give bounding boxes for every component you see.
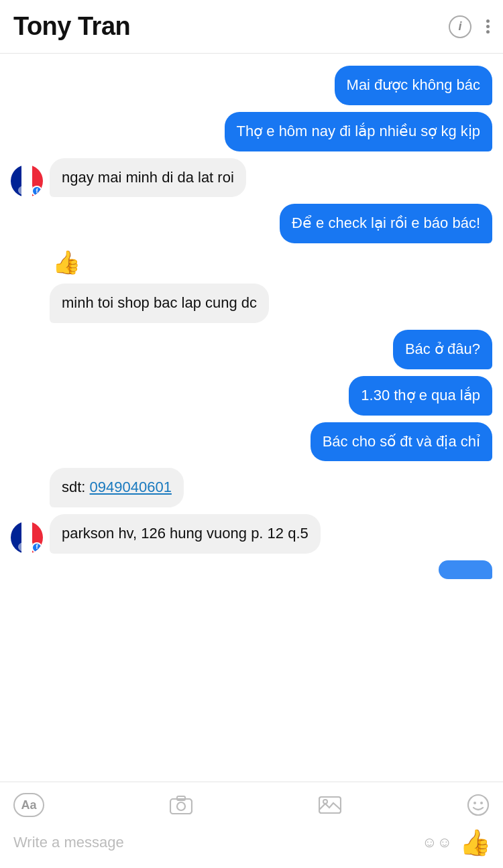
text-format-button[interactable]: Aa <box>13 793 44 817</box>
message-bubble: Bác cho số đt và địa chỉ <box>311 422 492 462</box>
message-row: f ngay mai minh di da lat roi <box>11 158 492 198</box>
message-row: f parkson hv, 126 hung vuong p. 12 q.5 <box>11 514 492 554</box>
message-input-row: Write a message ☺☺ 👍 <box>13 824 490 860</box>
contact-name: Tony Tran <box>13 12 130 41</box>
reaction-row: 👍 <box>11 249 492 275</box>
message-bubble: Mai được không bác <box>335 66 492 105</box>
avatar: f <box>11 165 43 197</box>
header-actions: i <box>449 15 490 38</box>
message-bubble <box>439 560 492 579</box>
svg-rect-10 <box>170 799 192 814</box>
message-row: 1.30 thợ e qua lắp <box>11 376 492 416</box>
facebook-badge: f <box>32 186 42 196</box>
svg-rect-13 <box>319 797 341 813</box>
message-bubble: Để e check lại rồi e báo bác! <box>280 204 492 243</box>
svg-point-11 <box>177 802 185 810</box>
svg-point-3 <box>21 172 32 182</box>
message-bubble: Bác ở đâu? <box>393 330 492 369</box>
info-icon[interactable]: i <box>449 15 471 38</box>
message-row: Mai được không bác <box>11 66 492 105</box>
facebook-badge: f <box>32 542 42 553</box>
photo-icon[interactable] <box>319 795 341 815</box>
message-bubble: Thợ e hôm nay đi lắp nhiều sợ kg kịp <box>225 112 493 151</box>
message-bubble: minh toi shop bac lap cung dc <box>50 284 269 323</box>
message-row <box>11 560 492 579</box>
message-row: Bác cho số đt và địa chỉ <box>11 422 492 462</box>
message-bubble: ngay mai minh di da lat roi <box>50 158 246 198</box>
chat-area: Mai được không bác Thợ e hôm nay đi lắp … <box>0 54 503 782</box>
message-row: Bác ở đâu? <box>11 330 492 369</box>
message-row: Thợ e hôm nay đi lắp nhiều sợ kg kịp <box>11 112 492 151</box>
emoji-sticker-button[interactable]: ☺☺ <box>422 834 452 851</box>
thumbs-up-reaction: 👍 <box>52 249 80 275</box>
avatar: f <box>11 521 43 554</box>
phone-link[interactable]: 0949040601 <box>90 479 172 495</box>
message-bubble: sdt: 0949040601 <box>50 468 184 507</box>
message-row: sdt: 0949040601 <box>11 468 492 507</box>
emoji-sticker-icon: ☺☺ <box>422 834 452 851</box>
message-row: Để e check lại rồi e báo bác! <box>11 204 492 243</box>
sdt-label: sdt: <box>62 479 90 495</box>
chat-header: Tony Tran i <box>0 0 503 54</box>
like-send-button[interactable]: 👍 <box>460 828 490 857</box>
message-bubble: parkson hv, 126 hung vuong p. 12 q.5 <box>50 514 321 554</box>
svg-point-8 <box>21 528 32 539</box>
bottom-toolbar: Aa Writ <box>0 782 503 868</box>
emoji-icon[interactable] <box>467 794 490 816</box>
like-thumb-icon: 👍 <box>459 828 491 857</box>
svg-point-15 <box>468 795 488 815</box>
camera-icon[interactable] <box>170 796 192 814</box>
toolbar-icons-row: Aa <box>13 790 490 824</box>
svg-point-16 <box>473 802 476 804</box>
message-input[interactable]: Write a message <box>13 834 414 851</box>
message-bubble: 1.30 thợ e qua lắp <box>349 376 492 416</box>
message-row: minh toi shop bac lap cung dc <box>11 284 492 323</box>
more-icon[interactable] <box>486 19 490 34</box>
svg-point-17 <box>480 802 483 804</box>
